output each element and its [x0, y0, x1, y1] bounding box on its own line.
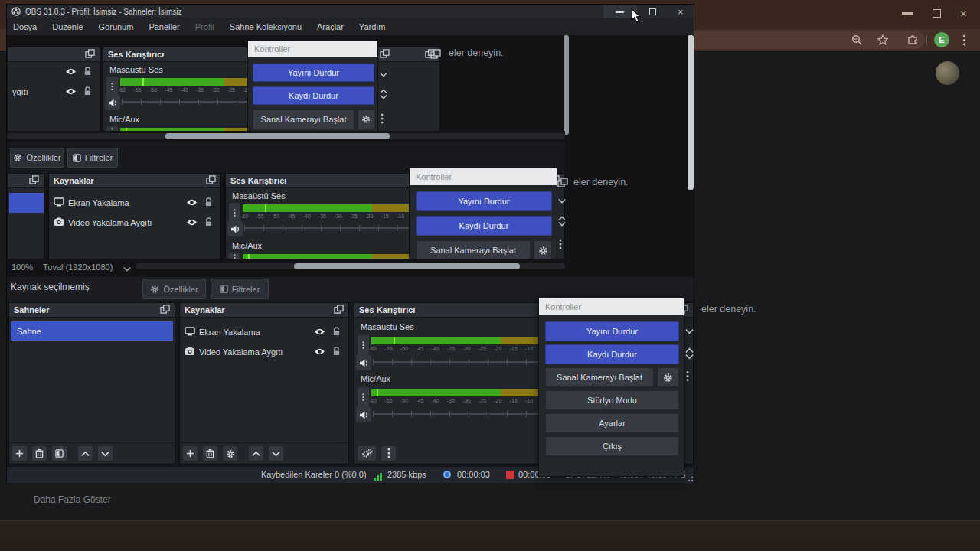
lock-icon[interactable] — [332, 347, 341, 358]
source-row[interactable]: Video Yakalama Aygıtı — [180, 342, 348, 362]
extensions-icon[interactable] — [907, 34, 918, 44]
popout-icon[interactable] — [380, 49, 390, 58]
visibility-eye-icon[interactable] — [186, 198, 198, 208]
stop-stream-button[interactable]: Yayını Durdur — [416, 191, 552, 211]
preview-zoom-value[interactable]: 100% — [11, 262, 33, 272]
add-scene-button[interactable] — [12, 446, 27, 461]
selected-scene-row[interactable] — [9, 193, 44, 213]
browser-menu-kebab-icon[interactable] — [962, 34, 966, 47]
maximize-icon[interactable] — [649, 8, 656, 15]
close-icon[interactable]: × — [678, 6, 684, 18]
page-avatar[interactable] — [936, 61, 959, 85]
visibility-eye-icon[interactable] — [65, 87, 77, 97]
browser-zoom-icon[interactable] — [851, 34, 862, 45]
panel-header[interactable]: Sahneler — [9, 303, 175, 318]
obs-titlebar[interactable]: OBS 31.0.3 - Profil: İsimsiz - Sahneler:… — [7, 5, 694, 18]
properties-button[interactable]: Özellikler — [142, 279, 206, 299]
visibility-eye-icon[interactable] — [65, 67, 77, 77]
volume-slider[interactable] — [244, 225, 428, 231]
controls-header[interactable]: Kontroller — [248, 41, 377, 57]
kebab-menu-icon[interactable] — [559, 239, 562, 249]
source-row[interactable]: Ekran Yakalama — [49, 193, 220, 213]
browser-profile-avatar[interactable]: E — [934, 32, 949, 47]
menu-dosya[interactable]: Dosya — [13, 22, 37, 31]
lock-icon[interactable] — [204, 217, 213, 229]
virtual-camera-button[interactable]: Sanal Kamerayı Başlat — [545, 367, 654, 387]
mute-speaker-button[interactable] — [356, 407, 371, 422]
mute-speaker-button[interactable] — [105, 95, 120, 110]
virtual-camera-button[interactable]: Sanal Kamerayı Başlat — [416, 240, 531, 259]
source-row[interactable]: Ekran Yakalama — [180, 322, 348, 342]
dropdown-arrow-icon[interactable] — [685, 328, 694, 334]
popout-icon[interactable] — [206, 175, 216, 186]
menu-profil[interactable]: Profil — [195, 22, 214, 31]
menu-duzenle[interactable]: Düzenle — [52, 22, 83, 31]
browser-minimize-button[interactable] — [902, 12, 913, 15]
move-source-up-button[interactable] — [249, 446, 263, 461]
lock-icon[interactable] — [83, 67, 92, 78]
menu-yardim[interactable]: Yardım — [359, 22, 386, 31]
visibility-eye-icon[interactable] — [314, 328, 325, 337]
controls-header[interactable]: Kontroller — [410, 168, 557, 185]
browser-maximize-button[interactable] — [933, 9, 941, 18]
scene-filters-button[interactable] — [52, 446, 67, 461]
stop-record-button[interactable]: Kaydı Durdur — [545, 344, 679, 364]
properties-button[interactable]: Özellikler — [10, 148, 64, 168]
stop-stream-button[interactable]: Yayını Durdur — [545, 321, 679, 341]
filters-button[interactable]: Filtreler — [211, 279, 269, 299]
move-scene-down-button[interactable] — [98, 446, 113, 461]
spinner-control[interactable] — [685, 347, 694, 360]
move-source-down-button[interactable] — [269, 446, 283, 461]
dropdown-arrow-icon[interactable] — [558, 198, 566, 204]
visibility-eye-icon[interactable] — [186, 218, 198, 228]
virtual-camera-settings-gear[interactable] — [534, 240, 552, 259]
mute-speaker-button[interactable] — [227, 221, 243, 236]
visibility-eye-icon[interactable] — [314, 347, 325, 357]
mute-speaker-button[interactable] — [356, 355, 371, 370]
popout-icon[interactable] — [557, 178, 568, 187]
dropdown-arrow-icon[interactable] — [380, 72, 387, 77]
scrollbar-thumb[interactable] — [294, 263, 520, 269]
popout-icon[interactable] — [160, 305, 170, 315]
panel-header[interactable]: Kaynaklar — [180, 303, 348, 318]
remove-source-button[interactable] — [203, 446, 217, 461]
scrollbar-thumb[interactable] — [165, 133, 390, 139]
settings-button[interactable]: Ayarlar — [545, 413, 679, 433]
browser-close-button[interactable]: × — [960, 7, 967, 20]
popout-icon[interactable] — [85, 49, 95, 60]
stop-record-button[interactable]: Kaydı Durdur — [416, 216, 552, 236]
channel-menu-kebab[interactable] — [229, 203, 240, 223]
canvas-dropdown-icon[interactable] — [123, 264, 131, 273]
popout-icon[interactable] — [29, 175, 39, 186]
channel-menu-kebab[interactable] — [358, 335, 369, 355]
add-source-button[interactable] — [183, 446, 198, 461]
advanced-audio-gears-button[interactable] — [358, 446, 376, 461]
menu-gorunum[interactable]: Görünüm — [99, 22, 134, 31]
channel-menu-kebab[interactable] — [358, 387, 369, 407]
canvas-label[interactable]: Tuval (1920x1080) — [43, 262, 113, 272]
popout-icon[interactable] — [334, 305, 344, 315]
source-properties-gear-button[interactable] — [223, 446, 237, 461]
virtual-camera-button[interactable]: Sanal Kamerayı Başlat — [253, 109, 354, 129]
menu-sahne-koleksiyonu[interactable]: Sahne Koleksiyonu — [230, 22, 302, 31]
move-scene-up-button[interactable] — [78, 446, 93, 461]
bookmark-star-icon[interactable] — [877, 34, 888, 45]
virtual-camera-settings-gear[interactable] — [657, 367, 679, 387]
stop-stream-button[interactable]: Yayını Durdur — [253, 64, 374, 82]
minimize-icon[interactable] — [616, 11, 624, 13]
exit-button[interactable]: Çıkış — [545, 436, 679, 456]
scrollbar-vertical[interactable] — [564, 35, 569, 135]
menu-paneller[interactable]: Paneller — [149, 22, 179, 31]
popout-icon[interactable] — [430, 49, 441, 59]
selected-scene-row[interactable]: Sahne — [11, 321, 173, 341]
scrollbar-vertical[interactable] — [688, 35, 694, 190]
source-row[interactable]: Video Yakalama Aygıtı — [49, 213, 220, 233]
source-row[interactable]: ygıtı — [8, 82, 100, 102]
studio-mode-button[interactable]: Stüdyo Modu — [545, 390, 679, 410]
remove-scene-button[interactable] — [32, 446, 47, 461]
virtual-camera-settings-gear[interactable] — [358, 109, 374, 129]
show-more-link[interactable]: Daha Fazla Göster — [34, 494, 111, 505]
lock-icon[interactable] — [332, 327, 341, 338]
channel-menu-kebab[interactable] — [106, 77, 118, 96]
lock-icon[interactable] — [204, 197, 213, 209]
